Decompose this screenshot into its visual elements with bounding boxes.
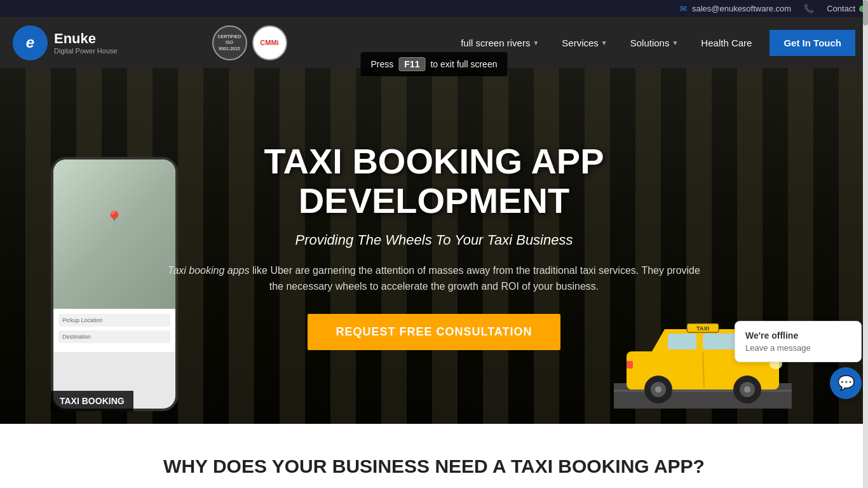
logo-area: e Enuke Digital Power House [13, 25, 118, 60]
contact-link[interactable]: Contact [827, 4, 855, 13]
phone-icon: 📞 [804, 4, 814, 13]
top-bar: ✉ sales@enukesoftware.com 📞 Contact [0, 0, 868, 17]
nav: full screen rivers ▼ Services ▼ Solution… [451, 30, 855, 56]
email-section: ✉ sales@enukesoftware.com [680, 4, 791, 13]
chevron-down-icon: ▼ [532, 39, 539, 46]
chevron-down-icon-services: ▼ [601, 39, 607, 46]
chat-popup: We're offline Leave a message [735, 321, 862, 362]
header: e Enuke Digital Power House CERTIFIEDISO… [0, 17, 868, 68]
hero-desc-prefix: Taxi booking apps [168, 265, 249, 276]
nav-item-rivers[interactable]: full screen rivers ▼ [451, 31, 549, 55]
chat-status: We're offline [745, 330, 851, 341]
logo-icon[interactable]: e [13, 25, 48, 60]
chat-message: Leave a message [745, 343, 851, 353]
nav-item-healthcare[interactable]: Health Care [691, 31, 762, 55]
email-icon: ✉ [680, 4, 687, 13]
hero-description: Taxi booking apps like Uber are garnerin… [161, 262, 707, 295]
lower-title: WHY DOES YOUR BUSINESS NEED A TAXI BOOKI… [13, 456, 855, 477]
lower-section: WHY DOES YOUR BUSINESS NEED A TAXI BOOKI… [0, 424, 868, 488]
chat-icon: 💬 [837, 375, 855, 391]
brand-name[interactable]: Enuke [54, 30, 118, 47]
svg-point-7 [655, 386, 661, 393]
get-in-touch-button[interactable]: Get In Touch [770, 30, 855, 56]
cert-badges: CERTIFIEDISO9001:2015 CMMi [212, 25, 287, 60]
chat-button[interactable]: 💬 [830, 367, 862, 399]
exit-text: to exit full screen [430, 59, 497, 69]
scrollbar[interactable] [863, 0, 868, 488]
nav-item-solutions[interactable]: Solutions ▼ [620, 31, 689, 55]
hero-title: TAXI BOOKING APP DEVELOPMENT [161, 142, 707, 220]
scrollbar-thumb[interactable] [863, 0, 868, 25]
hero-content: TAXI BOOKING APP DEVELOPMENT Providing T… [148, 142, 720, 349]
logo-text: Enuke Digital Power House [54, 30, 118, 55]
hero-desc-body: like Uber are garnering the attention of… [250, 265, 700, 292]
f11-key: F11 [398, 57, 425, 71]
nav-item-services[interactable]: Services ▼ [552, 31, 617, 55]
hero-subtitle: Providing The Wheels To Your Taxi Busine… [161, 232, 707, 248]
cmmi-badge: CMMi [252, 25, 287, 60]
tagline: Digital Power House [54, 47, 118, 55]
email-address[interactable]: sales@enukesoftware.com [692, 4, 791, 13]
press-text: Press [371, 59, 394, 69]
fullscreen-tooltip: Press F11 to exit full screen [361, 52, 508, 76]
chat-widget: We're offline Leave a message 💬 [735, 321, 862, 399]
taxi-booking-label: TAXI BOOKING [51, 391, 133, 411]
request-consultation-button[interactable]: REQUEST FREE CONSULTATION [308, 314, 560, 350]
svg-rect-14 [627, 361, 633, 369]
iso-badge: CERTIFIEDISO9001:2015 [212, 25, 247, 60]
chevron-down-icon-solutions: ▼ [672, 39, 678, 46]
